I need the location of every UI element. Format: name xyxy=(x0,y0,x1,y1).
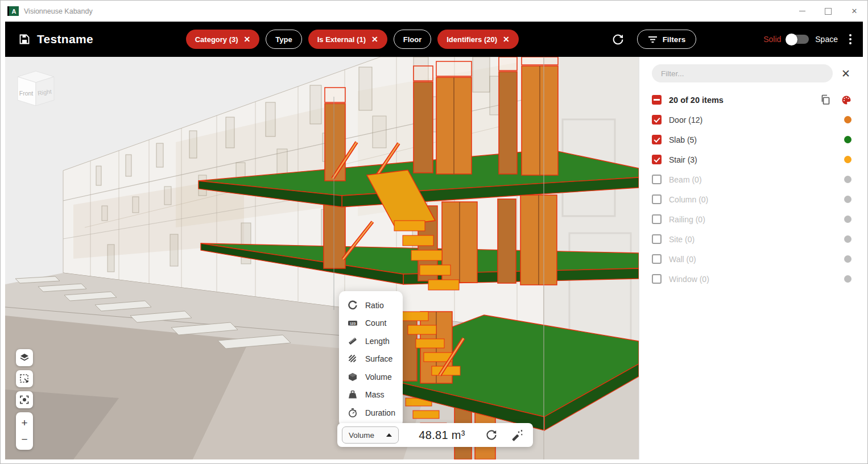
chip-type[interactable]: Type xyxy=(266,30,301,49)
menu-item-mass[interactable]: Mass xyxy=(339,386,403,404)
category-checkbox[interactable] xyxy=(652,135,662,144)
category-label: Column (0) xyxy=(669,195,837,204)
category-checkbox[interactable] xyxy=(652,234,662,244)
ratio-icon xyxy=(348,300,358,310)
app-window: A Visionneuse Kabandy ✕ Testname Categor… xyxy=(0,0,868,464)
menu-item-label: Surface xyxy=(365,354,392,363)
marquee-select-button[interactable] xyxy=(16,370,33,387)
category-checkbox[interactable] xyxy=(652,254,662,264)
recompute-icon[interactable] xyxy=(485,429,498,441)
count-icon: 123 xyxy=(348,318,358,328)
select-all-checkbox[interactable] xyxy=(652,95,662,105)
category-row-railing[interactable]: Railing (0) xyxy=(652,209,852,229)
duration-icon xyxy=(348,408,358,418)
chip-remove-icon[interactable]: ✕ xyxy=(244,35,251,43)
category-label: Wall (0) xyxy=(669,255,837,264)
category-checkbox[interactable] xyxy=(652,194,662,204)
length-icon xyxy=(348,336,358,346)
category-color-dot[interactable] xyxy=(844,156,852,163)
chip-is-external[interactable]: Is External (1) ✕ xyxy=(308,30,387,49)
chip-label: Identifiers (20) xyxy=(447,35,497,44)
category-row-column[interactable]: Column (0) xyxy=(652,189,852,209)
zoom-out-button[interactable]: − xyxy=(21,434,27,445)
maximize-button[interactable] xyxy=(815,1,841,22)
copy-icon[interactable] xyxy=(820,94,831,105)
category-color-dot[interactable] xyxy=(844,116,852,123)
viewport-tools: + − xyxy=(16,349,33,450)
category-checkbox[interactable] xyxy=(652,214,662,224)
zoom-in-button[interactable]: + xyxy=(21,417,27,428)
chip-identifiers[interactable]: Identifiers (20) ✕ xyxy=(437,30,519,49)
menu-item-surface[interactable]: Surface xyxy=(339,350,403,368)
menu-item-volume[interactable]: Volume xyxy=(339,368,403,386)
filter-input[interactable] xyxy=(652,64,833,82)
save-icon[interactable] xyxy=(19,34,30,45)
chip-remove-icon[interactable]: ✕ xyxy=(371,35,378,43)
category-color-dot[interactable] xyxy=(844,176,852,183)
category-row-site[interactable]: Site (0) xyxy=(652,229,852,249)
zoom-controls: + − xyxy=(16,412,33,450)
category-row-stair[interactable]: Stair (3) xyxy=(652,150,852,169)
measure-unit-select[interactable]: Volume xyxy=(342,426,399,444)
summary-row[interactable]: 20 of 20 items xyxy=(652,90,852,110)
category-label: Slab (5) xyxy=(669,135,837,144)
category-checkbox[interactable] xyxy=(652,274,662,284)
solid-space-toggle-group: Solid Space xyxy=(763,35,838,44)
chip-floor[interactable]: Floor xyxy=(394,30,432,49)
measure-unit-value: Volume xyxy=(349,431,374,440)
chip-category[interactable]: Category (3) ✕ xyxy=(186,30,260,49)
category-color-dot[interactable] xyxy=(844,196,852,203)
menu-item-label: Mass xyxy=(365,390,384,399)
category-color-dot[interactable] xyxy=(844,255,852,263)
measure-bar-actions xyxy=(485,428,524,442)
project-name: Testname xyxy=(37,32,93,46)
category-row-beam[interactable]: Beam (0) xyxy=(652,169,852,189)
chip-remove-icon[interactable]: ✕ xyxy=(503,35,510,43)
category-color-dot[interactable] xyxy=(844,136,852,143)
measure-bar: Volume 48.81 m³ xyxy=(337,423,533,447)
menu-item-duration[interactable]: Duration xyxy=(339,404,403,422)
menu-item-label: Volume xyxy=(365,372,392,382)
category-color-dot[interactable] xyxy=(844,275,852,283)
category-row-slab[interactable]: Slab (5) xyxy=(652,130,852,150)
close-icon: ✕ xyxy=(852,7,858,15)
close-button[interactable]: ✕ xyxy=(841,1,867,22)
measure-type-menu: Ratio 123 Count Len xyxy=(339,291,403,427)
category-row-window[interactable]: Window (0) xyxy=(652,269,852,289)
chip-label: Type xyxy=(275,35,292,44)
layers-button[interactable] xyxy=(16,349,33,366)
minimize-button[interactable] xyxy=(789,1,815,22)
header-bar: Testname Category (3) ✕ Type Is External… xyxy=(5,22,863,57)
category-checkbox[interactable] xyxy=(652,115,662,125)
viewport-3d[interactable]: Front Right xyxy=(5,57,639,459)
category-label: Door (12) xyxy=(669,115,837,125)
category-checkbox[interactable] xyxy=(652,155,662,164)
category-color-dot[interactable] xyxy=(844,235,852,243)
filters-button[interactable]: Filters xyxy=(637,30,697,49)
view-cube[interactable]: Front Right xyxy=(13,69,59,111)
more-menu-icon[interactable] xyxy=(847,32,854,47)
category-row-wall[interactable]: Wall (0) xyxy=(652,249,852,269)
menu-item-ratio[interactable]: Ratio xyxy=(339,296,403,314)
category-color-dot[interactable] xyxy=(844,216,852,223)
sidebar-filter-row: ✕ xyxy=(652,64,852,82)
mass-icon xyxy=(348,390,358,400)
solid-space-toggle[interactable] xyxy=(787,35,809,44)
magic-wand-icon[interactable] xyxy=(510,428,524,442)
toggle-knob[interactable] xyxy=(786,34,797,45)
minimize-icon xyxy=(799,11,805,11)
menu-item-length[interactable]: Length xyxy=(339,332,403,350)
category-row-door[interactable]: Door (12) xyxy=(652,110,852,130)
menu-item-label: Length xyxy=(365,337,390,346)
category-label: Railing (0) xyxy=(669,215,837,224)
menu-item-count[interactable]: 123 Count xyxy=(339,314,403,333)
category-label: Beam (0) xyxy=(669,175,837,184)
focus-selection-button[interactable] xyxy=(16,391,33,408)
window-title: Visionneuse Kabandy xyxy=(24,7,93,15)
category-checkbox[interactable] xyxy=(652,175,662,184)
measure-value: 48.81 m³ xyxy=(399,429,485,442)
close-panel-icon[interactable]: ✕ xyxy=(840,68,852,79)
palette-icon[interactable] xyxy=(841,95,852,105)
refresh-icon[interactable] xyxy=(611,33,625,46)
volume-icon xyxy=(348,372,358,382)
